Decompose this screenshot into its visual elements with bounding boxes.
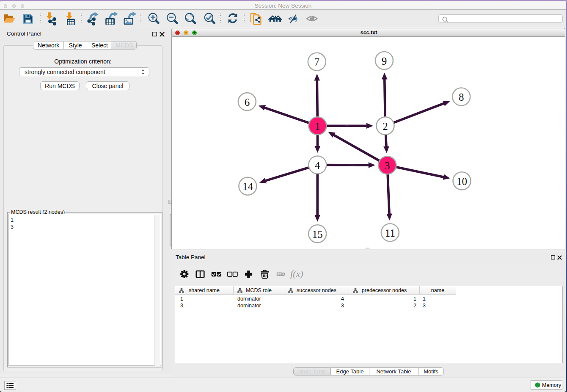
svg-text:2: 2 <box>383 121 388 132</box>
svg-text:3: 3 <box>385 160 390 171</box>
svg-text:14: 14 <box>242 181 253 192</box>
svg-text:1: 1 <box>315 121 320 132</box>
svg-text:7: 7 <box>314 56 320 68</box>
svg-text:10: 10 <box>457 176 467 187</box>
svg-text:8: 8 <box>459 91 464 103</box>
svg-text:4: 4 <box>315 160 320 171</box>
svg-text:6: 6 <box>245 97 250 108</box>
svg-text:11: 11 <box>385 227 395 239</box>
svg-text:f(x): f(x) <box>290 268 303 279</box>
svg-text:15: 15 <box>312 229 323 240</box>
svg-text:9: 9 <box>382 55 387 67</box>
